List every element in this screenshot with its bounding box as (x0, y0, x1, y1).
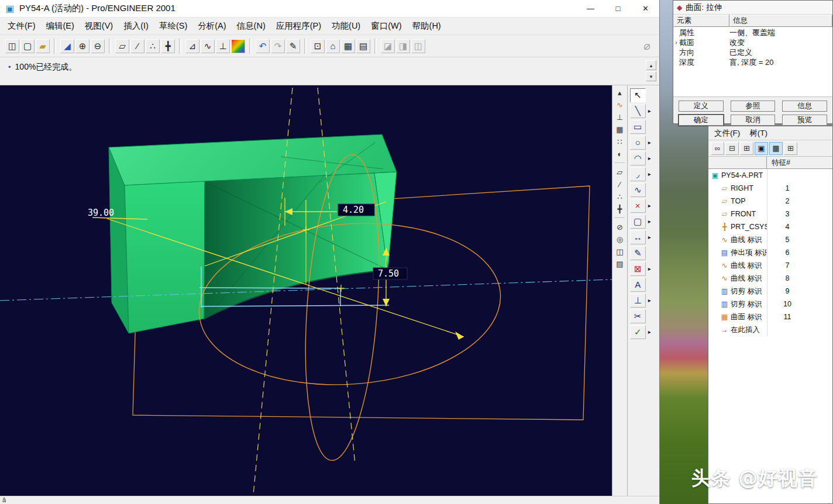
text-tool-icon[interactable]: A (630, 278, 646, 292)
tree-row[interactable]: ▦曲面 标识 11 (708, 310, 832, 323)
cancel-button[interactable]: 取消 (731, 115, 776, 126)
info-button[interactable]: 信息 (782, 101, 827, 112)
dim-display-icon[interactable]: ∿ (201, 39, 215, 53)
flyout-arrow-icon[interactable]: ▸ (648, 218, 653, 225)
flyout-arrow-icon[interactable]: ▸ (648, 234, 653, 240)
spline-tool-icon[interactable]: ∿ (630, 183, 646, 197)
select-arrow-icon[interactable]: ↖ (630, 88, 646, 102)
modify-sketch-icon[interactable]: ✎ (286, 39, 300, 53)
tree-row[interactable]: ∿曲线 标识 8 (708, 272, 832, 285)
tree-row[interactable]: ▱RIGHT 1 (708, 182, 832, 195)
flyout-arrow-icon[interactable]: ▸ (648, 171, 653, 177)
maximize-button[interactable]: □ (604, 0, 632, 17)
menu-applications[interactable]: 应用程序(P) (271, 18, 326, 34)
dialog-title-bar[interactable]: ◆ 曲面: 拉伸 (673, 1, 832, 15)
default-view-icon[interactable]: ⌂ (326, 39, 340, 53)
element-row[interactable]: › 截面 改变 (673, 37, 832, 47)
tree-row[interactable]: ▱FRONT 3 (708, 208, 832, 220)
layers-icon[interactable]: ▤ (356, 39, 370, 53)
scroll-up-icon[interactable]: ▴ (613, 87, 626, 99)
constraint-display-toggle-icon[interactable]: ⊥ (613, 111, 626, 123)
tree-columns-icon[interactable]: ⊟ (725, 142, 739, 155)
datum-axis-display-icon[interactable]: ∕ (130, 39, 144, 53)
element-row[interactable]: 属性 一侧、覆盖端 (673, 27, 832, 37)
tree-item-label[interactable]: 曲线 标识 (731, 274, 762, 284)
line-tool-icon[interactable]: ╲ (630, 104, 646, 118)
constraint-display-icon[interactable]: ⊥ (216, 39, 230, 53)
menu-utilities[interactable]: 功能(U) (326, 18, 366, 34)
color-palette-icon[interactable] (231, 39, 245, 53)
new-file-icon[interactable]: ▢ (20, 39, 35, 53)
minimize-button[interactable]: — (577, 0, 604, 17)
flyout-arrow-icon[interactable]: ▸ (648, 202, 653, 209)
message-scroll-down-icon[interactable]: ▾ (646, 71, 656, 81)
element-row[interactable]: 深度 盲, 深度 = 20 (673, 57, 832, 67)
menu-sketch[interactable]: 草绘(S) (154, 18, 192, 34)
tree-row[interactable]: ∿曲线 标识 7 (708, 259, 832, 272)
zoom-out-icon[interactable]: ⊖ (91, 39, 105, 53)
datum-plane-display-icon[interactable]: ▱ (115, 39, 129, 53)
arc-tool-icon[interactable]: ◠ (630, 151, 646, 165)
tree-item-label[interactable]: 曲面 标识 (731, 312, 762, 322)
tree-menu-tree[interactable]: 树(T) (745, 126, 772, 140)
tree-item-label[interactable]: 在此插入 (731, 325, 760, 335)
accept-tool-icon[interactable]: ✓ (630, 325, 646, 339)
tree-item-label[interactable]: FRONT (731, 210, 756, 218)
refit-icon[interactable]: ⊡ (311, 39, 325, 53)
tree-row[interactable]: →在此插入 (708, 323, 832, 336)
tree-menu-file[interactable]: 文件(F) (710, 126, 745, 140)
tree-row[interactable]: ▥切剪 标识 10 (708, 298, 832, 310)
menu-file[interactable]: 文件(F) (2, 18, 41, 34)
tree-expand-icon[interactable]: ⊞ (740, 142, 753, 155)
delete-segment-tool-icon[interactable]: ⊠ (630, 262, 646, 276)
redraw-icon[interactable]: ◢ (60, 39, 74, 53)
constraint-tool-icon[interactable]: ⊥ (630, 294, 646, 308)
shade-toggle-icon[interactable]: ◐ (613, 148, 626, 160)
tree-filter-icon[interactable]: ▣ (755, 142, 768, 155)
open-file-icon[interactable]: ▰ (36, 39, 50, 53)
flyout-arrow-icon[interactable]: ▸ (648, 265, 653, 272)
dimension-tool-icon[interactable]: ↔ (630, 230, 646, 244)
references-button[interactable]: 参照 (731, 101, 776, 112)
spin-center-toggle-icon[interactable]: ◎ (613, 233, 626, 246)
wireframe-icon[interactable]: ◫ (411, 39, 425, 53)
no-hidden-icon[interactable]: ◨ (396, 39, 410, 53)
datum-point-display-icon[interactable]: ∴ (146, 39, 160, 53)
tree-item-label[interactable]: 伸出项 标识 (731, 248, 767, 258)
flyout-arrow-icon[interactable]: ▸ (648, 139, 653, 146)
rectangle-tool-icon[interactable]: ▭ (630, 120, 646, 134)
undo-icon[interactable]: ↶ (256, 39, 270, 53)
vertex-display-toggle-icon[interactable]: ∷ (613, 136, 626, 148)
flyout-arrow-icon[interactable]: ▸ (648, 155, 653, 161)
close-button[interactable]: ✕ (632, 0, 659, 17)
point-tool-icon[interactable]: × (630, 199, 646, 213)
viewport[interactable]: 39.00 4.20 7.50 (0, 85, 612, 496)
tree-row[interactable]: ╋PRT_CSYS 4 (708, 220, 832, 233)
section-view-icon[interactable]: ⊘ (613, 221, 626, 233)
tree-item-label[interactable]: 切剪 标识 (731, 286, 762, 296)
copy-window-icon[interactable]: ◫ (5, 39, 19, 53)
trim-tool-icon[interactable]: ✂ (630, 309, 646, 323)
fillet-tool-icon[interactable]: ◞ (630, 167, 646, 181)
zoom-in-icon[interactable]: ⊕ (75, 39, 90, 53)
tree-info-icon[interactable]: ⊞ (784, 142, 797, 155)
element-row[interactable]: 方向 已定义 (673, 47, 832, 57)
modify-tool-icon[interactable]: ✎ (630, 246, 646, 260)
dimension-750[interactable]: 7.50 (378, 268, 399, 279)
datum-axis-toggle-icon[interactable]: ∕ (613, 178, 626, 191)
tree-item-label[interactable]: TOP (731, 197, 745, 205)
csys-toggle-icon[interactable]: ╋ (613, 203, 626, 215)
tree-row[interactable]: ▤伸出项 标识 6 (708, 246, 832, 259)
menu-view[interactable]: 视图(V) (80, 18, 118, 34)
flyout-arrow-icon[interactable]: ▸ (648, 297, 653, 303)
datum-plane-toggle-icon[interactable]: ▱ (613, 166, 626, 178)
search-icon[interactable]: ∞ (711, 142, 724, 155)
menu-edit[interactable]: 编辑(E) (41, 18, 80, 34)
dimension-39[interactable]: 39.00 (88, 208, 114, 218)
menu-help[interactable]: 帮助(H) (407, 18, 446, 34)
tree-item-label[interactable]: PRT_CSYS (731, 223, 767, 231)
preview-button[interactable]: 预览 (782, 115, 827, 126)
datum-point-toggle-icon[interactable]: ∴ (613, 191, 626, 203)
tree-settings-icon[interactable]: ▦ (769, 142, 783, 155)
flyout-arrow-icon[interactable]: ▸ (648, 108, 653, 114)
